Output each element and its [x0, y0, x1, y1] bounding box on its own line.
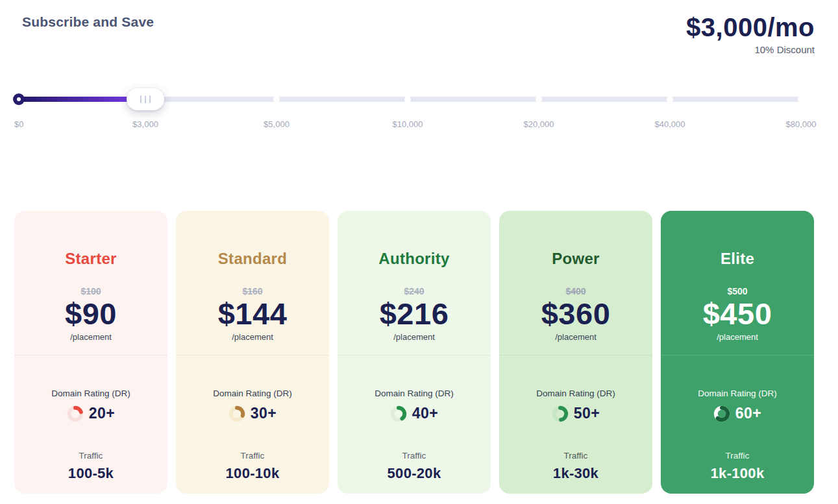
- original-price: $160: [176, 286, 329, 296]
- budget-slider[interactable]: $0 $3,000 $5,000 $10,000 $20,000 $40,000…: [14, 90, 801, 131]
- plan-name: Elite: [661, 250, 814, 268]
- plan-name: Standard: [176, 250, 329, 268]
- traffic-label: Traffic: [176, 451, 329, 461]
- price-unit: /placement: [499, 332, 652, 342]
- original-price: $100: [14, 286, 167, 296]
- price-unit: /placement: [14, 332, 167, 342]
- traffic-value: 1k-100k: [661, 465, 814, 482]
- dr-value: 40+: [412, 405, 439, 422]
- traffic-label: Traffic: [14, 451, 167, 461]
- card-stats-section: Domain Rating (DR) 30+ Traffic 100-10k: [176, 355, 329, 482]
- dr-value: 30+: [251, 405, 277, 422]
- pricing-card-power[interactable]: Power $400 $360 /placement Domain Rating…: [499, 211, 652, 494]
- tick-label: $0: [14, 119, 23, 129]
- pricing-card-authority[interactable]: Authority $240 $216 /placement Domain Ra…: [338, 211, 491, 494]
- dr-donut-icon: [67, 405, 84, 422]
- original-price: $400: [499, 286, 652, 296]
- traffic-value: 100-5k: [14, 465, 167, 482]
- tick-label: $20,000: [524, 119, 554, 129]
- dr-value: 50+: [574, 405, 600, 422]
- card-stats-section: Domain Rating (DR) 40+ Traffic 500-20k: [338, 355, 491, 482]
- price-unit: /placement: [338, 332, 491, 342]
- traffic-value: 1k-30k: [499, 465, 652, 482]
- discounted-price: $216: [338, 298, 491, 330]
- price-unit: /placement: [176, 332, 329, 342]
- slider-handle[interactable]: [127, 88, 164, 110]
- original-price: $500: [661, 286, 814, 296]
- dr-value: 20+: [89, 405, 116, 422]
- slider-fill: [14, 97, 145, 102]
- slider-tick-dot: [273, 96, 280, 102]
- dr-label: Domain Rating (DR): [338, 389, 491, 398]
- plan-name: Authority: [338, 250, 491, 268]
- slider-tick-dot: [536, 96, 542, 102]
- card-price-section: Power $400 $360 /placement: [499, 211, 652, 355]
- dr-donut-icon: [552, 405, 569, 422]
- header: Subscribe and Save $3,000/mo 10% Discoun…: [22, 13, 815, 55]
- page-title: Subscribe and Save: [22, 13, 154, 30]
- card-price-section: Standard $160 $144 /placement: [176, 211, 329, 355]
- original-price: $240: [338, 286, 491, 296]
- slider-start-dot: [13, 93, 25, 105]
- card-price-section: Authority $240 $216 /placement: [338, 211, 491, 355]
- handle-grip-icon: [149, 95, 151, 103]
- card-stats-section: Domain Rating (DR) 60+ Traffic 1k-100k: [661, 355, 814, 482]
- discounted-price: $90: [14, 298, 167, 330]
- price-unit: /placement: [661, 332, 814, 342]
- dr-label: Domain Rating (DR): [14, 389, 167, 398]
- tick-label: $3,000: [132, 119, 158, 129]
- slider-tick-labels: $0 $3,000 $5,000 $10,000 $20,000 $40,000…: [14, 119, 801, 131]
- card-price-section: Starter $100 $90 /placement: [14, 211, 167, 355]
- dr-label: Domain Rating (DR): [661, 389, 814, 398]
- slider-tick-dot: [667, 96, 673, 102]
- monthly-total: $3,000/mo: [686, 13, 815, 42]
- discounted-price: $450: [661, 298, 814, 330]
- dr-value: 60+: [735, 405, 762, 422]
- traffic-value: 100-10k: [176, 465, 329, 482]
- slider-track[interactable]: [14, 90, 801, 109]
- subscription-pricing-panel: Subscribe and Save $3,000/mo 10% Discoun…: [0, 0, 838, 55]
- dr-donut-icon: [390, 405, 407, 422]
- tick-label: $80,000: [786, 119, 817, 129]
- discounted-price: $144: [176, 298, 329, 330]
- tick-label: $10,000: [393, 119, 423, 129]
- slider-tick-dot: [404, 96, 411, 102]
- pricing-card-elite[interactable]: Elite $500 $450 /placement Domain Rating…: [661, 211, 814, 494]
- plan-name: Power: [499, 250, 652, 268]
- header-summary: $3,000/mo 10% Discount: [686, 13, 815, 55]
- pricing-cards: Starter $100 $90 /placement Domain Ratin…: [14, 211, 814, 494]
- plan-name: Starter: [14, 250, 167, 268]
- dr-donut-icon: [713, 405, 730, 422]
- handle-grip-icon: [140, 95, 142, 103]
- discounted-price: $360: [499, 298, 652, 330]
- card-price-section: Elite $500 $450 /placement: [661, 211, 814, 355]
- card-stats-section: Domain Rating (DR) 20+ Traffic 100-5k: [14, 355, 167, 482]
- traffic-value: 500-20k: [338, 465, 491, 482]
- tick-label: $5,000: [264, 119, 290, 129]
- tick-label: $40,000: [654, 119, 685, 129]
- card-stats-section: Domain Rating (DR) 50+ Traffic 1k-30k: [499, 355, 652, 482]
- pricing-card-starter[interactable]: Starter $100 $90 /placement Domain Ratin…: [14, 211, 167, 494]
- dr-donut-icon: [228, 405, 245, 422]
- handle-grip-icon: [145, 95, 146, 103]
- pricing-card-standard[interactable]: Standard $160 $144 /placement Domain Rat…: [176, 211, 329, 494]
- traffic-label: Traffic: [661, 451, 814, 461]
- dr-label: Domain Rating (DR): [176, 389, 329, 398]
- dr-label: Domain Rating (DR): [499, 389, 652, 398]
- discount-note: 10% Discount: [686, 44, 815, 55]
- slider-tick-dot: [798, 96, 804, 102]
- traffic-label: Traffic: [499, 451, 652, 461]
- traffic-label: Traffic: [338, 451, 491, 461]
